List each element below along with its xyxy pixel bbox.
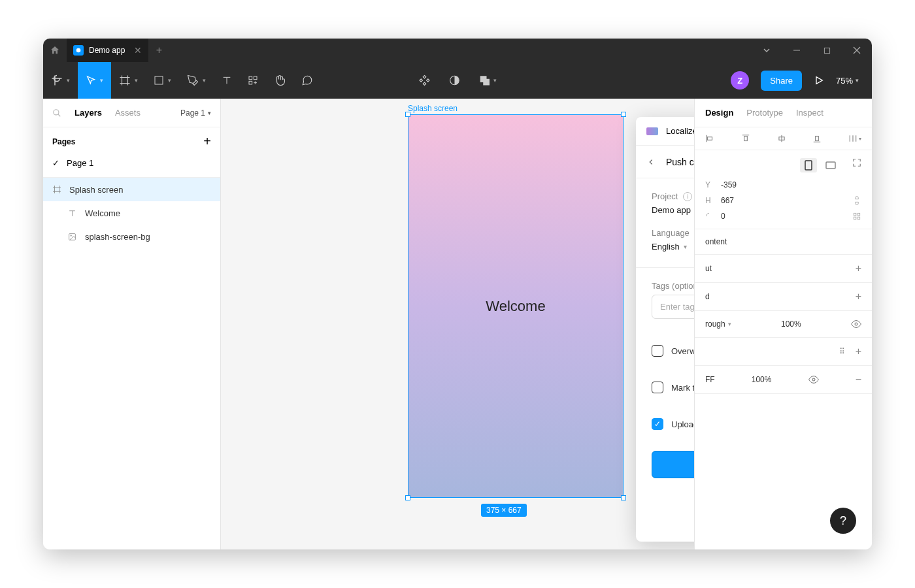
overwrite-checkbox-row[interactable]: Overwrite translations in Localizely [652,345,694,357]
selection-handle[interactable] [405,112,410,117]
fill-opacity[interactable]: 100% [752,375,772,384]
push-button[interactable]: Push to Localizely [652,451,694,478]
resources-tool[interactable] [240,62,266,99]
language-selector[interactable]: English ▾ [652,242,694,252]
landscape-orientation-button[interactable] [822,158,839,172]
zoom-selector[interactable]: 75% ▾ [836,76,859,86]
tab-label: Demo app [89,46,125,55]
add-icon[interactable]: + [856,346,861,357]
y-input[interactable]: -359 [721,180,737,189]
checkbox-icon[interactable] [652,382,663,393]
move-tool[interactable]: ▾ [78,62,111,99]
canvas[interactable]: Splash screen Welcome 375 × 667 Localize… [221,99,694,549]
clip-content-row[interactable]: ontent [705,237,727,246]
layer-row-text[interactable]: Welcome [43,201,220,225]
design-tab[interactable]: Design [705,108,733,118]
svg-rect-14 [249,81,252,84]
blend-mode-select[interactable]: rough [705,319,725,329]
svg-rect-42 [826,162,835,169]
corner-radius-icon[interactable] [852,212,861,221]
comment-tool[interactable] [293,62,321,99]
align-left-icon[interactable] [705,134,714,143]
selected-frame[interactable]: Welcome [408,114,624,498]
frame-content-text: Welcome [486,298,545,315]
file-tab[interactable]: Demo app ✕ [67,39,148,62]
divider [636,267,694,268]
add-icon[interactable]: + [856,263,861,274]
tags-input[interactable]: Enter tags (comma separated)... [652,295,694,319]
page-item[interactable]: ✓ Page 1 [52,155,211,171]
prototype-tab[interactable]: Prototype [746,108,783,118]
constrain-proportions-icon[interactable] [852,196,861,205]
mask-icon[interactable] [449,74,461,86]
boolean-icon[interactable]: ▾ [479,74,497,86]
figma-file-icon [73,45,84,56]
hand-tool[interactable] [266,62,293,99]
svg-rect-41 [805,161,812,170]
resize-to-fit-icon[interactable] [852,158,861,172]
project-label: Project i [652,191,694,201]
drag-handle-icon[interactable]: ⠿ [839,347,845,356]
components-icon[interactable] [419,74,431,86]
layer-row-frame[interactable]: Splash screen [43,178,220,201]
close-tab-icon[interactable]: ✕ [134,45,142,56]
rotation-input[interactable]: 0 [721,212,725,221]
search-icon[interactable] [52,108,61,118]
align-bottom-icon[interactable] [812,134,822,143]
text-tool[interactable] [214,62,240,99]
svg-rect-43 [854,213,856,216]
svg-point-47 [855,323,857,325]
maximize-button[interactable] [812,39,842,62]
align-more-icon[interactable]: ▾ [848,134,861,143]
selection-handle[interactable] [621,495,626,500]
selection-handle[interactable] [621,112,626,117]
home-button[interactable] [43,39,67,62]
add-tab-button[interactable]: + [148,44,169,56]
svg-rect-9 [155,76,163,84]
frame-label[interactable]: Splash screen [408,104,458,113]
info-icon[interactable]: i [683,192,692,201]
align-center-h-icon[interactable] [777,134,786,143]
opacity-input[interactable]: 100% [781,319,801,329]
close-window-button[interactable] [842,39,872,62]
visibility-icon[interactable] [851,319,861,329]
portrait-orientation-button[interactable] [800,158,817,172]
share-button[interactable]: Share [761,71,802,91]
align-top-icon[interactable] [741,134,750,143]
svg-rect-13 [254,76,257,80]
svg-rect-2 [824,48,829,53]
pen-tool[interactable]: ▾ [179,62,214,99]
frame-tool[interactable]: ▾ [111,62,146,99]
main-menu-button[interactable]: ▾ [43,62,78,99]
selection-handle[interactable] [405,495,410,500]
plugin-back-button[interactable] [646,157,656,167]
h-input[interactable]: 667 [721,196,734,205]
visibility-icon[interactable] [808,374,819,385]
svg-rect-31 [708,137,712,140]
layers-tab[interactable]: Layers [75,108,102,118]
layout-grid-row: d [705,292,710,301]
language-label: Language i [652,228,694,238]
pages-label: Pages [52,137,75,146]
layer-row-image[interactable]: splash-screen-bg [43,225,220,248]
user-avatar[interactable]: Z [731,71,749,90]
upload-checkbox-row[interactable]: ✓ Upload screenshots [652,418,694,430]
svg-point-29 [71,235,72,236]
present-button[interactable] [814,75,824,86]
reviewed-checkbox-row[interactable]: Mark translations as reviewed in Localiz… [652,382,694,393]
help-button[interactable]: ? [830,508,856,534]
remove-icon[interactable]: − [856,374,861,385]
project-selector[interactable]: Demo app ▾ [652,205,694,215]
inspect-tab[interactable]: Inspect [796,108,824,118]
alignment-controls: ▾ [695,127,872,150]
add-page-button[interactable]: + [203,134,211,149]
checkbox-icon[interactable] [652,345,663,357]
page-selector[interactable]: Page 1 ▾ [180,108,211,118]
add-icon[interactable]: + [856,291,861,302]
titlebar-chevron[interactable] [752,39,782,62]
checkbox-checked-icon[interactable]: ✓ [652,418,663,430]
shape-tool[interactable]: ▾ [146,62,179,99]
minimize-button[interactable] [782,39,812,62]
assets-tab[interactable]: Assets [115,108,141,118]
fill-hex[interactable]: FF [705,375,715,384]
